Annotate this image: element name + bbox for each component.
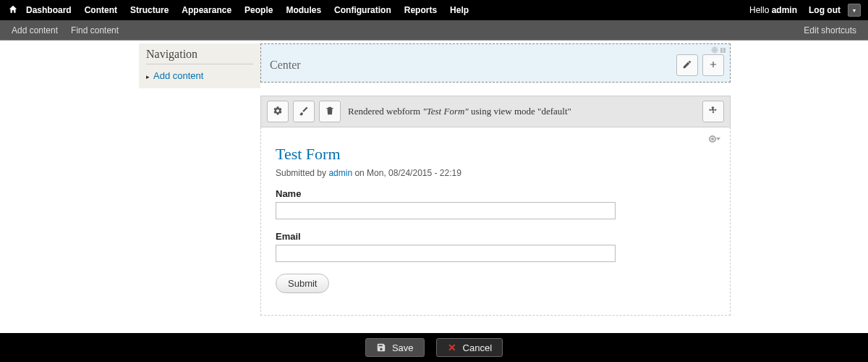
nav-add-content[interactable]: Add content	[146, 70, 253, 81]
edit-shortcuts-link[interactable]: Edit shortcuts	[804, 25, 856, 35]
menu-people[interactable]: People	[244, 5, 273, 15]
menu-modules[interactable]: Modules	[286, 5, 321, 15]
save-icon	[376, 342, 386, 353]
cancel-label: Cancel	[463, 342, 492, 353]
component-style-button[interactable]	[293, 101, 315, 122]
email-label: Email	[276, 231, 715, 242]
logout-link[interactable]: Log out	[809, 5, 841, 15]
region-add-button[interactable]	[702, 54, 724, 76]
sidebar: Navigation Add content	[0, 41, 260, 333]
region-edit-button[interactable]	[676, 54, 698, 76]
cancel-icon: ✕	[447, 342, 457, 353]
greeting: Hello admin	[749, 5, 797, 15]
name-label: Name	[276, 188, 715, 199]
greeting-prefix: Hello	[749, 5, 772, 15]
home-icon[interactable]	[7, 4, 19, 17]
plus-icon	[708, 59, 718, 72]
submit-button[interactable]: Submit	[276, 274, 329, 293]
pencil-icon	[682, 59, 692, 72]
menu-dashboard[interactable]: Dashboard	[26, 5, 72, 15]
shortcut-add-content[interactable]: Add content	[12, 25, 58, 35]
form-title[interactable]: Test Form	[276, 145, 715, 164]
save-button[interactable]: Save	[365, 338, 425, 357]
menu-help[interactable]: Help	[450, 5, 469, 15]
toolbar-dropdown-icon[interactable]: ▾	[848, 4, 861, 17]
gear-icon	[273, 106, 283, 118]
navigation-title: Navigation	[146, 48, 253, 64]
brush-icon	[299, 106, 309, 118]
trash-icon	[325, 106, 335, 118]
admin-toolbar: Dashboard Content Structure Appearance P…	[0, 0, 868, 20]
menu-reports[interactable]: Reports	[404, 5, 437, 15]
form-meta-suffix: on Mon, 08/24/2015 - 22:19	[352, 168, 461, 178]
move-icon	[708, 106, 718, 118]
form-meta-prefix: Submitted by	[276, 168, 328, 178]
component-description: Rendered webform "Test Form" using view …	[348, 106, 571, 117]
menu-content[interactable]: Content	[85, 5, 117, 15]
svg-rect-1	[720, 48, 723, 53]
save-label: Save	[392, 342, 414, 353]
main-column: Center	[260, 41, 868, 333]
component-delete-button[interactable]	[319, 101, 341, 122]
svg-rect-2	[723, 48, 726, 53]
component-header: Rendered webform "Test Form" using view …	[260, 96, 731, 127]
menu-appearance[interactable]: Appearance	[182, 5, 231, 15]
comp-desc-suffix: using view mode "default"	[469, 106, 571, 117]
name-input[interactable]	[276, 202, 616, 219]
menu-configuration[interactable]: Configuration	[334, 5, 391, 15]
region-label: Center	[267, 59, 301, 72]
bottom-action-bar: Save ✕ Cancel	[0, 333, 868, 362]
component-settings-button[interactable]	[267, 101, 289, 122]
email-input[interactable]	[276, 245, 616, 262]
menu-structure[interactable]: Structure	[130, 5, 169, 15]
cancel-button[interactable]: ✕ Cancel	[436, 338, 503, 357]
comp-desc-prefix: Rendered webform	[348, 106, 422, 117]
comp-desc-name: "Test Form"	[422, 106, 469, 117]
component-move-button[interactable]	[702, 101, 724, 122]
navigation-block: Navigation Add content	[139, 43, 260, 88]
region-settings-icon[interactable]	[711, 46, 727, 56]
center-region: Center	[260, 43, 731, 83]
panel-settings-icon[interactable]	[708, 135, 723, 146]
shortcut-find-content[interactable]: Find content	[71, 25, 119, 35]
webform-panel: Test Form Submitted by admin on Mon, 08/…	[260, 127, 731, 316]
form-meta: Submitted by admin on Mon, 08/24/2015 - …	[276, 168, 715, 178]
form-meta-author[interactable]: admin	[328, 168, 352, 178]
shortcut-toolbar: Add content Find content Edit shortcuts	[0, 20, 868, 41]
greeting-user[interactable]: admin	[772, 5, 797, 15]
